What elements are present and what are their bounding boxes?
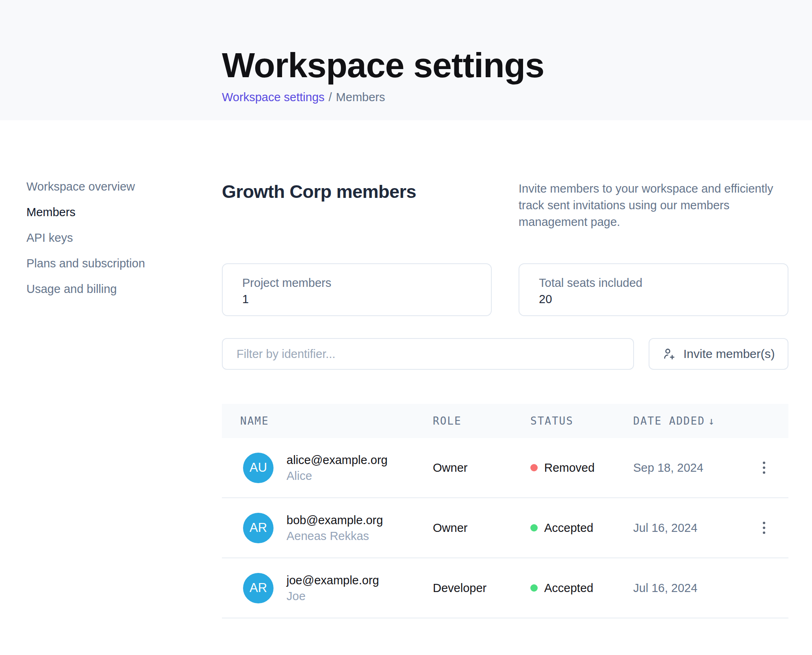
- stat-label: Project members: [242, 275, 471, 290]
- invite-members-button[interactable]: Invite member(s): [649, 338, 788, 370]
- table-row: AR bob@example.org Aeneas Rekkas Owner A…: [222, 498, 788, 558]
- sidebar-item[interactable]: Members: [26, 206, 76, 218]
- column-header-date-added[interactable]: DATE ADDED↓: [633, 415, 740, 427]
- page-title: Workspace settings: [222, 46, 812, 85]
- member-status: Accepted: [530, 521, 633, 535]
- filter-input[interactable]: [222, 338, 634, 370]
- member-email: joe@example.org: [287, 573, 379, 588]
- stat-card-project-members: Project members 1: [222, 263, 492, 316]
- breadcrumb: Workspace settings/Members: [222, 91, 812, 103]
- member-date-added: Sep 18, 2024: [633, 461, 740, 475]
- row-menu-kebab-icon[interactable]: [758, 457, 770, 479]
- row-actions-cell: [740, 457, 788, 479]
- status-dot-icon: [530, 464, 538, 471]
- member-name: Alice: [287, 468, 388, 483]
- row-menu-kebab-icon[interactable]: [758, 517, 770, 539]
- row-actions-cell: [740, 577, 788, 599]
- table-row: AU alice@example.org Alice Owner Removed…: [222, 438, 788, 498]
- status-label: Accepted: [544, 581, 593, 595]
- member-name: Aeneas Rekkas: [287, 529, 383, 543]
- sidebar-item[interactable]: Plans and subscription: [26, 257, 145, 269]
- table-header-row: NAME ROLE STATUS DATE ADDED↓: [222, 404, 788, 438]
- breadcrumb-separator: /: [329, 91, 332, 104]
- member-identity: alice@example.org Alice: [287, 453, 388, 483]
- status-dot-icon: [530, 524, 538, 531]
- stat-card-total-seats: Total seats included 20: [519, 263, 788, 316]
- avatar: AU: [243, 453, 274, 483]
- user-plus-icon: [662, 347, 676, 361]
- table-actions-row: Invite member(s): [222, 338, 788, 370]
- members-table: NAME ROLE STATUS DATE ADDED↓ AU alice@ex…: [222, 404, 788, 618]
- avatar: AR: [243, 573, 274, 603]
- members-heading: Growth Corp members: [222, 180, 416, 203]
- stat-label: Total seats included: [539, 275, 768, 290]
- status-dot-icon: [530, 584, 538, 592]
- members-description: Invite members to your workspace and eff…: [519, 180, 788, 230]
- member-email: alice@example.org: [287, 453, 388, 467]
- invite-button-label: Invite member(s): [683, 347, 775, 361]
- member-identity: bob@example.org Aeneas Rekkas: [287, 513, 383, 543]
- member-name: Joe: [287, 589, 379, 603]
- member-status: Removed: [530, 461, 633, 475]
- member-date-added: Jul 16, 2024: [633, 521, 740, 535]
- sidebar-item[interactable]: API keys: [26, 232, 73, 244]
- row-actions-cell: [740, 517, 788, 539]
- member-email: bob@example.org: [287, 513, 383, 527]
- settings-sidebar: Workspace overview Members API keys Plan…: [0, 120, 222, 618]
- breadcrumb-link-workspace-settings[interactable]: Workspace settings: [222, 91, 325, 104]
- member-date-added: Jul 16, 2024: [633, 581, 740, 595]
- stat-value: 20: [539, 292, 768, 306]
- members-panel: Growth Corp members Invite members to yo…: [222, 120, 788, 618]
- stat-value: 1: [242, 292, 471, 306]
- column-header-status: STATUS: [530, 415, 633, 427]
- column-header-role: ROLE: [433, 415, 530, 427]
- member-identity-cell: AR bob@example.org Aeneas Rekkas: [222, 513, 433, 543]
- member-status: Accepted: [530, 581, 633, 595]
- table-row: AR joe@example.org Joe Developer Accepte…: [222, 558, 788, 618]
- members-header-row: Growth Corp members Invite members to yo…: [222, 180, 788, 230]
- status-label: Removed: [544, 461, 595, 475]
- member-role: Owner: [433, 521, 530, 535]
- sidebar-item[interactable]: Usage and billing: [26, 283, 117, 295]
- member-identity-cell: AU alice@example.org Alice: [222, 453, 433, 483]
- member-identity: joe@example.org Joe: [287, 573, 379, 603]
- stats-cards: Project members 1 Total seats included 2…: [222, 263, 788, 316]
- sidebar-item[interactable]: Workspace overview: [26, 180, 135, 193]
- avatar: AR: [243, 513, 274, 543]
- column-header-name: NAME: [222, 415, 433, 427]
- member-identity-cell: AR joe@example.org Joe: [222, 573, 433, 603]
- status-label: Accepted: [544, 521, 593, 535]
- breadcrumb-current: Members: [336, 91, 385, 104]
- sort-desc-icon: ↓: [708, 415, 715, 427]
- member-role: Developer: [433, 581, 530, 595]
- content-area: Workspace overview Members API keys Plan…: [0, 120, 812, 618]
- page-header: Workspace settings Workspace settings/Me…: [0, 0, 812, 120]
- member-role: Owner: [433, 461, 530, 475]
